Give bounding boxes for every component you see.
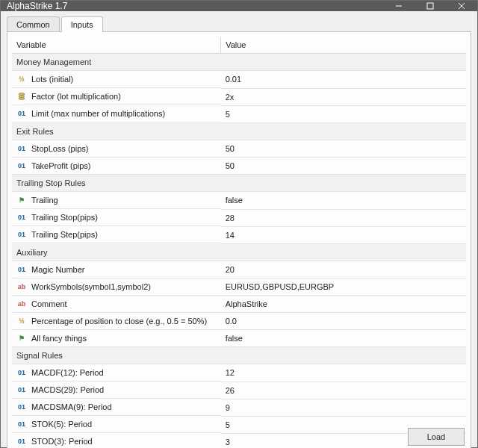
integer-icon: 01 xyxy=(16,161,27,171)
svg-point-4 xyxy=(19,93,25,96)
parameter-value[interactable]: 50 xyxy=(221,158,466,175)
integer-icon: 01 xyxy=(16,367,27,378)
parameter-name-cell: ⚑All fancy things xyxy=(12,330,221,347)
parameter-name: Limit (max number of multiplications) xyxy=(31,109,165,118)
bool-icon: ⚑ xyxy=(16,195,27,205)
parameter-name: STOK(5): Period xyxy=(31,420,92,429)
parameter-value[interactable]: 0.01 xyxy=(221,71,466,89)
section-label: Trailing Stop Rules xyxy=(12,175,466,192)
parameter-row[interactable]: 01MACDF(12): Period12 xyxy=(12,364,466,382)
parameter-value[interactable]: 9 xyxy=(221,399,466,416)
close-button[interactable] xyxy=(446,1,477,11)
column-header-value[interactable]: Value xyxy=(221,37,466,54)
parameter-value[interactable]: AlphaStrike xyxy=(221,296,466,313)
parameter-value[interactable]: 28 xyxy=(221,209,466,226)
parameter-value[interactable]: 50 xyxy=(221,140,466,158)
parameter-value[interactable]: 20 xyxy=(221,261,466,279)
fraction-icon: ½ xyxy=(16,74,27,84)
parameter-row[interactable]: 01TakeProfit (pips)50 xyxy=(12,158,466,175)
parameter-value[interactable]: 14 xyxy=(221,226,466,243)
string-icon: ab xyxy=(16,281,27,292)
parameter-value[interactable]: 12 xyxy=(221,364,466,382)
parameter-row[interactable]: abWorkSymbols(symbol1,symbol2)EURUSD,GBP… xyxy=(12,279,466,296)
parameter-name-cell: 01Trailing Stop(pips) xyxy=(12,209,221,226)
parameter-row[interactable]: ½Lots (initial)0.01 xyxy=(12,71,466,89)
load-button[interactable]: Load xyxy=(408,428,465,446)
parameter-name-cell: abWorkSymbols(symbol1,symbol2) xyxy=(12,279,221,296)
integer-icon: 01 xyxy=(16,402,27,412)
parameter-name-cell: 01STOD(3): Period xyxy=(12,433,221,448)
integer-icon: 01 xyxy=(16,212,27,223)
parameter-row[interactable]: abCommentAlphaStrike xyxy=(12,296,466,313)
section-label: Exit Rules xyxy=(12,122,466,140)
parameter-name: Magic Number xyxy=(31,265,85,274)
parameter-value[interactable]: 5 xyxy=(221,105,466,122)
string-icon: ab xyxy=(16,299,27,309)
maximize-button[interactable] xyxy=(415,1,446,11)
parameter-name: WorkSymbols(symbol1,symbol2) xyxy=(31,282,151,291)
parameter-row[interactable]: ½Percentage of position to close (e.g., … xyxy=(12,313,466,330)
parameter-name-cell: 01Magic Number xyxy=(12,261,221,279)
integer-icon: 01 xyxy=(16,229,27,240)
parameter-name-cell: abComment xyxy=(12,296,221,313)
tab-panel-inputs: Variable Value Money Management½Lots (in… xyxy=(7,31,471,448)
section-header: Money Management xyxy=(12,54,466,71)
parameter-name: Trailing xyxy=(31,196,58,205)
parameter-name: Trailing Step(pips) xyxy=(31,230,98,239)
dialog-window: AlphaStrike 1.7 Common Inputs Variable V… xyxy=(0,0,478,448)
svg-point-6 xyxy=(19,98,25,100)
parameter-name-cell: ½Lots (initial) xyxy=(12,71,221,88)
parameter-row[interactable]: ⚑All fancy thingsfalse xyxy=(12,330,466,347)
parameter-value[interactable]: 2x xyxy=(221,88,466,105)
parameter-row[interactable]: 01Limit (max number of multiplications)5 xyxy=(12,105,466,122)
parameter-name: StopLoss (pips) xyxy=(31,144,88,153)
fraction-icon: ½ xyxy=(16,316,27,326)
parameter-name-cell: 01MACDS(29): Period xyxy=(12,382,221,399)
parameter-name: MACDS(29): Period xyxy=(31,385,104,394)
parameters-grid[interactable]: Variable Value Money Management½Lots (in… xyxy=(7,32,471,448)
parameter-name: TakeProfit (pips) xyxy=(31,161,90,170)
integer-icon: 01 xyxy=(16,143,27,154)
parameter-value[interactable]: false xyxy=(221,330,466,347)
tab-common[interactable]: Common xyxy=(7,16,60,32)
integer-icon: 01 xyxy=(16,436,27,447)
parameter-name-cell: 01Trailing Step(pips) xyxy=(12,226,221,243)
parameter-name: Comment xyxy=(31,299,67,308)
parameter-name: MACDF(12): Period xyxy=(31,368,104,377)
parameter-row[interactable]: 01STOK(5): Period5 xyxy=(12,416,466,433)
parameter-row[interactable]: 01Trailing Stop(pips)28 xyxy=(12,209,466,226)
parameter-row[interactable]: 01Trailing Step(pips)14 xyxy=(12,226,466,243)
parameter-name-cell: 01STOK(5): Period xyxy=(12,416,221,433)
parameter-row[interactable]: 01MACDS(29): Period26 xyxy=(12,382,466,399)
parameter-value[interactable]: 0.0 xyxy=(221,313,466,330)
section-header: Trailing Stop Rules xyxy=(12,175,466,192)
parameter-value[interactable]: false xyxy=(221,192,466,210)
integer-icon: 01 xyxy=(16,385,27,395)
svg-point-5 xyxy=(19,96,25,98)
parameter-row[interactable]: 01MACDSMA(9): Period9 xyxy=(12,399,466,416)
integer-icon: 01 xyxy=(16,264,27,275)
parameter-name: All fancy things xyxy=(31,334,87,343)
tab-inputs[interactable]: Inputs xyxy=(61,16,103,32)
parameter-name-cell: ⚑Trailing xyxy=(12,192,221,209)
titlebar: AlphaStrike 1.7 xyxy=(1,1,477,11)
parameter-row[interactable]: 01Magic Number20 xyxy=(12,261,466,279)
section-header: Exit Rules xyxy=(12,122,466,140)
parameter-name: Lots (initial) xyxy=(31,75,73,84)
minimize-button[interactable] xyxy=(383,1,415,11)
parameter-value[interactable]: EURUSD,GBPUSD,EURGBP xyxy=(221,279,466,296)
parameter-name-cell: ½Percentage of position to close (e.g., … xyxy=(12,313,221,330)
bool-icon: ⚑ xyxy=(16,333,27,343)
parameter-row[interactable]: 01StopLoss (pips)50 xyxy=(12,140,466,158)
stack-icon xyxy=(16,91,27,102)
window-title: AlphaStrike 1.7 xyxy=(7,1,383,11)
parameter-row[interactable]: ⚑Trailingfalse xyxy=(12,192,466,210)
parameter-name: Percentage of position to close (e.g., 0… xyxy=(31,317,207,326)
parameter-row[interactable]: 01STOD(3): Period3 xyxy=(12,433,466,448)
parameter-name: MACDSMA(9): Period xyxy=(31,402,112,411)
parameter-name-cell: 01Limit (max number of multiplications) xyxy=(12,105,221,122)
integer-icon: 01 xyxy=(16,108,27,119)
column-header-variable[interactable]: Variable xyxy=(12,37,221,54)
parameter-value[interactable]: 26 xyxy=(221,382,466,399)
parameter-row[interactable]: Factor (lot multiplication)2x xyxy=(12,88,466,105)
